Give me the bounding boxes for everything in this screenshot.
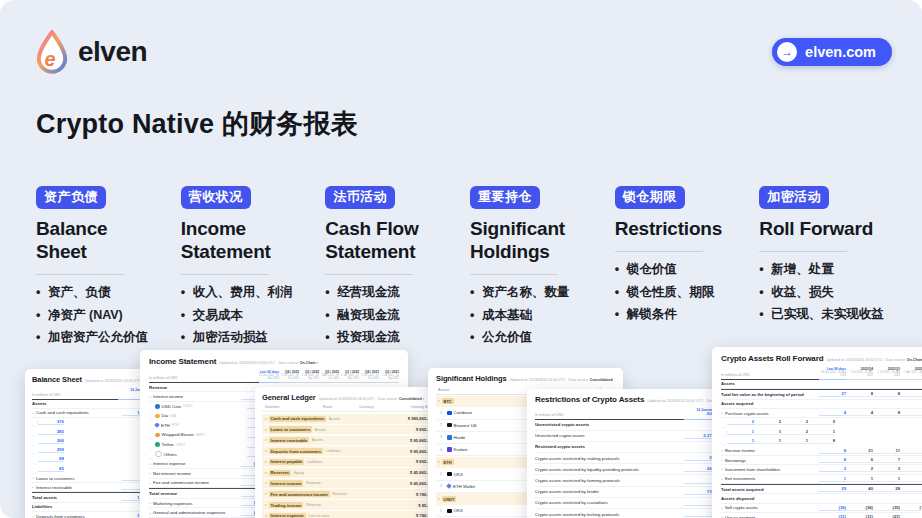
- roll-forward-row: +Purchase crypto assets4487: [721, 409, 922, 418]
- divider: [181, 274, 269, 275]
- elven-drop-icon: e: [36, 30, 68, 74]
- row-value: 11: [873, 448, 900, 454]
- balance-sheet-row: Liabilities: [32, 503, 148, 512]
- income-row: Wrapped BitcoinWBTC0: [149, 431, 154, 441]
- ticker-label: WBTC: [196, 433, 206, 437]
- balance-sheet-row: +Deposits from customers1,476: [32, 512, 148, 518]
- col-range: 1 Jul 2022 - 30 Sep 2022: [299, 374, 319, 380]
- row-label: OKX: [454, 472, 463, 477]
- row-value: 285: [38, 429, 64, 435]
- col-range: 1 Apr 2022 - 30 Jun 2022: [319, 374, 339, 380]
- row-value: (31): [819, 514, 846, 518]
- row-label: Crypto assets restricted by custodians: [535, 500, 684, 505]
- col-range: 16 Dec 2022 - 16 Mar 2023: [259, 374, 279, 380]
- row-value: 1: [873, 476, 900, 482]
- row-value: 1: [754, 429, 781, 435]
- chevron-down-icon: ▾: [438, 460, 440, 464]
- ledger-row: ▾Interest expenseCost of sales$ 786.18 D…: [262, 511, 441, 518]
- expand-icon: +: [32, 411, 34, 415]
- table-header: DatetimeEventCurrencyOpening Balance: [262, 402, 441, 412]
- chevron-down-icon: ▾: [265, 514, 267, 518]
- account-category: Assets: [315, 428, 416, 432]
- column-header: 2022/Q41 Oct 2022 - 31 Dec 2022: [846, 367, 873, 380]
- row-label: Interest expense: [153, 461, 185, 466]
- feature-bullets: 资产名称、数量 成本基础 公允价值: [470, 285, 607, 344]
- ledger-row: ▾Fee and commission incomeRevenue$ 786.1…: [262, 489, 441, 499]
- row-value: 1: [819, 476, 846, 482]
- bullet-item: 资产、负债: [36, 285, 173, 299]
- row-label: Exit investments: [725, 476, 756, 481]
- row-value: 1: [754, 438, 781, 444]
- bullet-item: 净资产 (NAV): [36, 308, 173, 322]
- data-source: Data source: On-Chain ▾: [278, 361, 318, 365]
- row-value: 85: [38, 466, 64, 472]
- card-title: Restrictions of Crypto Assets: [535, 395, 644, 404]
- roll-forward-row: +Exit investments1112: [721, 475, 922, 484]
- wbtc-icon: [155, 433, 160, 438]
- page-title: Crypto Native 的财务报表: [36, 106, 358, 142]
- chevron-down-icon: ▾: [317, 361, 319, 365]
- col-range: 1 Oct 2021 - 31 Dec 2021: [359, 374, 379, 380]
- ledger-row: ▾Interest receivableAssets$ 85,865.21 Dr: [262, 436, 441, 446]
- row-label: Crypto assets restricted by staking prot…: [535, 456, 684, 461]
- ledger-row: ▾ReservesEquity$ 45,865.21 Cr: [262, 468, 441, 478]
- bullet-item: 投资现金流: [325, 330, 462, 344]
- feature-title: Restrictions: [615, 217, 752, 240]
- expand-icon: +: [149, 511, 151, 515]
- row-value: 1: [727, 429, 754, 435]
- feature-bullets: 经营现金流 融资现金流 投资现金流: [325, 285, 462, 344]
- row-value: (36): [819, 505, 846, 511]
- row-value: 2: [900, 476, 922, 482]
- row-index: 4: [438, 448, 447, 452]
- row-value: 376: [38, 419, 64, 425]
- row-label: ETH Wallet: [453, 484, 475, 489]
- row-label: ETH: [161, 423, 170, 428]
- row-label: Liabilities: [32, 504, 52, 509]
- ledger-row: ▾Trading incomeRevenue$ 85.28 Cr: [262, 500, 441, 510]
- column-header: 2022/Q31 Jul 2022 - 30 Sep 2022: [873, 367, 900, 380]
- ledger-row: ▾Interest payableLiabilities$ 855.28 Cr: [262, 457, 441, 467]
- unit-label: In millions of USD: [535, 413, 684, 420]
- income-row: TetherUSDT1: [149, 440, 154, 450]
- bullet-item: 经营现金流: [325, 285, 462, 299]
- account-tag: Fee and commission income: [269, 491, 330, 497]
- asset-tag: ETH: [442, 459, 454, 465]
- row-value: 3: [819, 466, 846, 472]
- row-value: 2,371: [684, 433, 714, 439]
- period-columns: Last 90 days16 Dec 2022 - 16 Mar 2023202…: [819, 367, 922, 380]
- brand-logo: e elven: [36, 30, 147, 74]
- row-value: 263: [684, 466, 714, 472]
- balance-sheet-table: Assets+Cash and cash equivalents1,423ETH…: [32, 400, 148, 518]
- account-category: Cost of sales: [308, 514, 416, 518]
- expand-icon: +: [149, 501, 151, 505]
- row-value: 8: [900, 457, 922, 463]
- column-header: Q3 / 20211 Jul 2021 - 30 Sep 2021: [379, 370, 399, 383]
- kraken-icon: [447, 447, 452, 452]
- feature-badge: 资产负债: [36, 186, 106, 209]
- divider: [470, 274, 558, 275]
- roll-forward-table: AssetsTotal fair value as the beginning …: [721, 380, 922, 518]
- row-value: 8: [808, 438, 835, 444]
- feature-bullets: 锁仓价值 锁仓性质、期限 解锁条件: [615, 262, 752, 321]
- row-label: Unrestricted crypto assets: [535, 433, 684, 438]
- row-value: 3: [900, 391, 922, 397]
- balance-sheet-row: USD CoinUSDC285: [32, 427, 37, 436]
- balance-sheet-row: +Loans to customers530: [32, 474, 148, 483]
- account-category: Revenue: [332, 492, 416, 496]
- row-value: 4: [846, 410, 873, 416]
- row-label: Crypto assets restricted by farming prot…: [535, 478, 684, 483]
- balance-sheet-row: DaiDAI306: [32, 437, 37, 446]
- huobi-icon: [447, 435, 452, 440]
- row-label: Tether: [162, 442, 174, 447]
- feature-badge: 法币活动: [325, 186, 395, 209]
- bullet-item: 已实现、未实现收益: [759, 307, 896, 321]
- row-label: Assets: [721, 381, 735, 386]
- card-title: Balance Sheet: [32, 375, 82, 384]
- roll-forward-row: TetherUSDT1118: [721, 437, 726, 446]
- elven-com-button[interactable]: → elven.com: [772, 38, 892, 66]
- row-label: Cash and cash equivalents: [36, 410, 89, 415]
- row-label: Interest income: [153, 394, 183, 399]
- chevron-down-icon: ▾: [265, 438, 267, 442]
- chevron-down-icon: ▾: [265, 481, 267, 485]
- row-value: 5: [808, 419, 835, 425]
